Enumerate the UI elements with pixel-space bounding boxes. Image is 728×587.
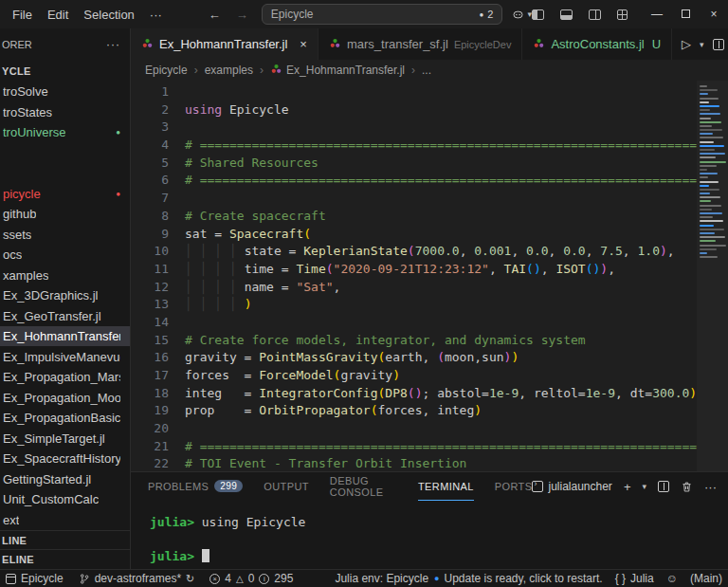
panel-tab-problems[interactable]: PROBLEMS299 xyxy=(148,472,243,501)
code-text xyxy=(169,190,185,208)
workspace-section-header[interactable]: YCLE xyxy=(0,61,130,82)
julia-repl-indicator[interactable]: (Main) xyxy=(690,572,722,585)
title-bar-right: ▾ — × xyxy=(502,8,728,21)
minimap[interactable] xyxy=(697,81,728,471)
feedback-indicator[interactable]: ☺ xyxy=(666,572,678,585)
split-editor-icon[interactable] xyxy=(713,39,724,50)
toggle-sidebar-icon[interactable] xyxy=(532,9,544,20)
code-line[interactable]: 20 xyxy=(131,420,728,438)
editor-tab-bar: Ex_HohmannTransfer.jl×mars_transfer_sf.j… xyxy=(131,28,728,60)
code-line[interactable]: 17forces = ForceModel(gravity) xyxy=(131,367,728,385)
julia-env-indicator[interactable]: Julia env: Epicycle xyxy=(335,572,428,585)
list-item[interactable]: Ex_HohmannTransfer.jl xyxy=(0,326,130,347)
list-item[interactable]: Ex_Propagation_Mars.jl xyxy=(0,367,130,388)
list-item[interactable]: github xyxy=(0,204,130,225)
list-item[interactable]: picycle● xyxy=(0,183,130,204)
code-line[interactable]: 16gravity = PointMassGravity(earth, (moo… xyxy=(131,349,728,367)
code-line[interactable]: 13│ │ │ │ ) xyxy=(131,296,728,314)
minimap-line xyxy=(700,209,712,211)
panel-tab-debug-console[interactable]: DEBUG CONSOLE xyxy=(330,472,397,501)
workspace-indicator[interactable]: Epicycle xyxy=(6,572,64,585)
list-item[interactable]: Ex_SpacecraftHistory.jl xyxy=(0,449,130,469)
code-line[interactable]: 7 xyxy=(131,190,728,208)
editor-tab[interactable]: AstroConstants.jlU xyxy=(522,28,672,60)
close-tab-icon[interactable]: × xyxy=(300,37,307,51)
code-line[interactable]: 1 xyxy=(131,83,728,101)
run-button[interactable]: ▷ xyxy=(682,37,691,51)
customize-layout-icon[interactable] xyxy=(617,9,628,20)
list-item[interactable]: troUniverse● xyxy=(0,122,130,143)
command-center[interactable]: Epicycle ● 2 xyxy=(262,4,503,25)
list-item[interactable]: Ex_Propagation_Moo... xyxy=(0,387,130,408)
breadcrumb-item[interactable]: Epicycle xyxy=(145,64,188,77)
breadcrumb-item[interactable]: ... xyxy=(422,64,431,77)
kill-terminal-icon[interactable] xyxy=(681,481,693,493)
list-item[interactable]: ext xyxy=(0,509,130,530)
menu-selection[interactable]: Selection xyxy=(77,6,140,24)
list-item[interactable]: Unit_CustomCalc xyxy=(0,489,130,510)
code-line[interactable]: 5# Shared Resources xyxy=(131,155,728,173)
list-item[interactable]: troSolve xyxy=(0,82,130,102)
panel-tab-terminal[interactable]: TERMINAL xyxy=(418,472,474,501)
copilot-menu[interactable]: ▾ xyxy=(512,9,532,21)
toggle-secondary-sidebar-icon[interactable] xyxy=(589,9,601,20)
new-terminal-icon[interactable]: + xyxy=(624,480,631,494)
toggle-panel-icon[interactable] xyxy=(560,9,573,20)
list-item[interactable]: GettingStarted.jl xyxy=(0,468,130,489)
editor-tab[interactable]: mars_transfer_sf.jlEpicycleDev xyxy=(318,28,522,60)
menu-overflow-icon[interactable]: ··· xyxy=(143,6,169,24)
list-item[interactable]: Ex_ImpulsiveManevue... xyxy=(0,346,130,367)
back-icon[interactable]: ← xyxy=(209,8,221,22)
git-branch-indicator[interactable]: dev-astroframes* ↻ xyxy=(79,572,195,585)
list-item[interactable]: xamples xyxy=(0,265,130,285)
menu-edit[interactable]: Edit xyxy=(41,6,75,24)
breadcrumb-item-file[interactable]: Ex_HohmannTransfer.jl xyxy=(270,63,405,78)
problems-indicator[interactable]: × 4 △ 0 i 295 xyxy=(209,572,293,585)
code-line[interactable]: 9sat = Spacecraft( xyxy=(131,226,728,244)
editor-tab[interactable]: Ex_HohmannTransfer.jl× xyxy=(131,28,318,60)
timeline-section-header[interactable]: ELINE xyxy=(0,549,130,569)
panel-tab-output[interactable]: OUTPUT xyxy=(264,472,309,501)
split-terminal-icon[interactable] xyxy=(658,481,669,492)
code-line[interactable]: 14 xyxy=(131,314,728,332)
minimap-line xyxy=(700,105,719,107)
panel-more-icon[interactable]: ··· xyxy=(704,480,717,494)
code-line[interactable]: 8# Create spacecraft xyxy=(131,208,728,226)
forward-icon[interactable]: → xyxy=(236,8,248,22)
code-line[interactable]: 21# ====================================… xyxy=(131,438,728,456)
code-line[interactable]: 10│ │ │ │ state = KeplerianState(7000.0,… xyxy=(131,243,728,261)
julia-file-icon xyxy=(270,63,282,78)
list-item[interactable]: troStates xyxy=(0,101,130,122)
close-button[interactable]: × xyxy=(700,8,728,21)
terminal-output[interactable]: julia> using Epicycle julia> xyxy=(131,501,728,569)
code-line[interactable]: 22# TOI Event - Transfer Orbit Insertion xyxy=(131,455,728,471)
code-line[interactable]: 6# =====================================… xyxy=(131,172,728,190)
maximize-button[interactable] xyxy=(671,8,700,21)
code-line[interactable]: 3 xyxy=(131,119,728,137)
code-line[interactable]: 19prop = OrbitPropagator(forces, integ) xyxy=(131,402,728,420)
list-item[interactable]: Ex_3DGraphics.jl xyxy=(0,285,130,306)
code-line[interactable]: 11│ │ │ │ time = Time("2020-09-21T12:23:… xyxy=(131,261,728,279)
list-item[interactable]: Ex_SimpleTarget.jl xyxy=(0,428,130,449)
code-line[interactable]: 12│ │ │ │ name = "Sat", xyxy=(131,279,728,297)
code-line[interactable]: 15# Create force models, integrator, and… xyxy=(131,332,728,350)
run-dropdown-icon[interactable]: ▾ xyxy=(700,40,704,49)
list-item[interactable]: Ex_GeoTransfer.jl xyxy=(0,305,130,326)
terminal-profile[interactable]: julialauncher xyxy=(532,480,611,493)
update-indicator[interactable]: ● Update is ready, click to restart. xyxy=(434,572,603,585)
breadcrumb-item[interactable]: examples xyxy=(205,64,253,77)
minimize-button[interactable]: — xyxy=(643,8,671,21)
list-item[interactable]: ocs xyxy=(0,245,130,266)
outline-section-header[interactable]: LINE xyxy=(0,530,130,550)
code-line[interactable]: 4# =====================================… xyxy=(131,137,728,155)
code-editor[interactable]: 12using Epicycle34# ====================… xyxy=(131,81,728,471)
code-line[interactable]: 2using Epicycle xyxy=(131,101,728,119)
terminal-dropdown-icon[interactable]: ▾ xyxy=(642,482,646,491)
code-line[interactable]: 18integ = IntegratorConfig(DP8(); abstol… xyxy=(131,385,728,403)
explorer-actions-icon[interactable]: ··· xyxy=(106,38,120,51)
list-item[interactable]: ssets xyxy=(0,224,130,245)
panel-tab-ports[interactable]: PORTS xyxy=(495,472,533,501)
menu-file[interactable]: File xyxy=(6,6,39,24)
language-mode-indicator[interactable]: { } Julia xyxy=(615,572,654,585)
list-item[interactable]: Ex_PropagationBasics.jl xyxy=(0,408,130,429)
